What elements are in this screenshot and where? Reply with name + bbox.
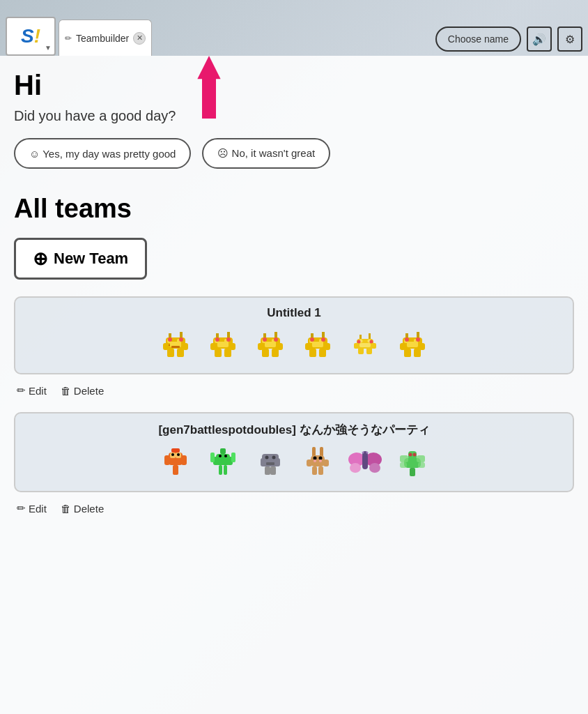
- svg-rect-99: [274, 458, 280, 466]
- volume-button[interactable]: 🔊: [527, 26, 552, 52]
- svg-rect-61: [354, 343, 359, 349]
- svg-rect-110: [312, 466, 317, 475]
- svg-rect-65: [359, 343, 371, 347]
- svg-point-112: [314, 457, 317, 460]
- svg-point-115: [319, 459, 322, 462]
- team-1-delete-button[interactable]: 🗑 Delete: [61, 384, 104, 397]
- svg-rect-63: [358, 347, 364, 354]
- svg-rect-75: [407, 342, 418, 347]
- svg-rect-109: [323, 459, 329, 466]
- svg-rect-50: [319, 349, 326, 357]
- svg-rect-126: [400, 455, 408, 462]
- yes-response-button[interactable]: ☺ Yes, my day was pretty good: [14, 138, 191, 169]
- sprite-2: [201, 326, 245, 365]
- svg-rect-4: [180, 332, 183, 337]
- svg-rect-92: [224, 465, 227, 475]
- logo-button[interactable]: S! ▼: [6, 17, 56, 56]
- greeting-question: Did you have a good day?: [14, 108, 574, 124]
- svg-point-119: [369, 463, 380, 473]
- svg-rect-43: [322, 332, 325, 337]
- svg-rect-51: [312, 342, 323, 347]
- team-2-sprites: [26, 443, 562, 483]
- sprite-6: [390, 326, 435, 365]
- logo-text: S!: [21, 25, 40, 47]
- team-2-delete-button[interactable]: 🗑 Delete: [61, 502, 104, 515]
- svg-rect-62: [371, 343, 376, 349]
- svg-rect-37: [262, 349, 269, 357]
- svg-rect-78: [171, 448, 180, 453]
- svg-rect-101: [270, 466, 276, 475]
- svg-rect-49: [309, 349, 316, 357]
- team-card-2: [gen7battlespotdoubles] なんか強そうなパーティ: [14, 412, 574, 492]
- svg-rect-129: [418, 462, 425, 468]
- svg-rect-31: [274, 332, 277, 337]
- svg-point-16: [179, 337, 183, 342]
- svg-point-85: [171, 453, 174, 456]
- svg-point-15: [168, 337, 172, 342]
- pencil-icon: ✏: [17, 384, 26, 397]
- svg-rect-27: [217, 342, 229, 347]
- svg-rect-67: [417, 332, 419, 337]
- teambuilder-tab[interactable]: ✏ Teambuilder ✕: [59, 20, 152, 56]
- tab-close-button[interactable]: ✕: [133, 32, 146, 45]
- team-2-edit-button[interactable]: ✏ Edit: [17, 502, 47, 515]
- svg-rect-18: [216, 333, 219, 337]
- svg-rect-93: [210, 453, 215, 462]
- svg-rect-111: [318, 466, 323, 475]
- svg-rect-81: [164, 455, 170, 465]
- svg-rect-38: [272, 349, 279, 357]
- edit-icon: ✏: [65, 33, 72, 43]
- svg-point-122: [362, 452, 364, 454]
- svg-point-102: [265, 456, 269, 459]
- svg-rect-127: [417, 455, 425, 462]
- logo-chevron-icon: ▼: [45, 44, 52, 52]
- svg-rect-19: [227, 332, 230, 337]
- team-1-edit-button[interactable]: ✏ Edit: [17, 384, 47, 397]
- sprite-1: [153, 326, 198, 365]
- team-2-name: [gen7battlespotdoubles] なんか強そうなパーティ: [26, 422, 562, 438]
- all-teams-title: All teams: [14, 194, 574, 224]
- svg-point-96: [224, 455, 227, 457]
- trash-icon: 🗑: [61, 385, 71, 397]
- team-1-actions: ✏ Edit 🗑 Delete: [14, 380, 574, 401]
- no-response-button[interactable]: ☹ No, it wasn't great: [202, 138, 330, 169]
- sprite-3: [248, 326, 293, 365]
- new-team-button[interactable]: ⊕ New Team: [14, 238, 147, 280]
- svg-point-40: [263, 337, 267, 342]
- sprite-4: [295, 326, 340, 365]
- sprite-t2-2: [201, 443, 245, 483]
- team-1-name: Untitled 1: [26, 306, 562, 320]
- svg-point-41: [274, 337, 278, 342]
- svg-rect-94: [231, 453, 235, 462]
- volume-icon: 🔊: [532, 33, 546, 46]
- svg-rect-25: [215, 349, 222, 357]
- svg-point-113: [319, 457, 323, 460]
- sprite-t2-4: [295, 443, 340, 483]
- settings-button[interactable]: ⚙: [557, 26, 582, 52]
- svg-rect-82: [181, 455, 187, 465]
- svg-point-52: [310, 337, 314, 342]
- header-right-controls: Choose name 🔊 ⚙: [435, 26, 582, 52]
- svg-rect-66: [405, 333, 408, 337]
- svg-point-60: [370, 340, 373, 344]
- content-area: Hi Did you have a good day? ☺ Yes, my da…: [0, 56, 588, 714]
- svg-rect-87: [220, 448, 226, 454]
- svg-rect-130: [410, 468, 415, 476]
- svg-rect-98: [261, 458, 266, 466]
- sprite-t2-6: [390, 443, 435, 483]
- svg-point-76: [405, 337, 409, 342]
- svg-point-77: [416, 337, 420, 342]
- svg-point-114: [314, 459, 316, 462]
- svg-point-131: [409, 453, 412, 457]
- greeting-hi: Hi: [14, 70, 574, 101]
- svg-point-103: [272, 456, 276, 459]
- svg-point-123: [366, 452, 369, 454]
- svg-point-95: [219, 455, 222, 457]
- svg-point-29: [226, 337, 231, 342]
- svg-rect-17: [171, 346, 180, 348]
- response-buttons: ☺ Yes, my day was pretty good ☹ No, it w…: [14, 138, 574, 169]
- choose-name-button[interactable]: Choose name: [435, 26, 521, 52]
- svg-rect-64: [366, 347, 372, 354]
- team-card-1: Untitled 1: [14, 296, 574, 374]
- team-1-sprites: [26, 326, 562, 365]
